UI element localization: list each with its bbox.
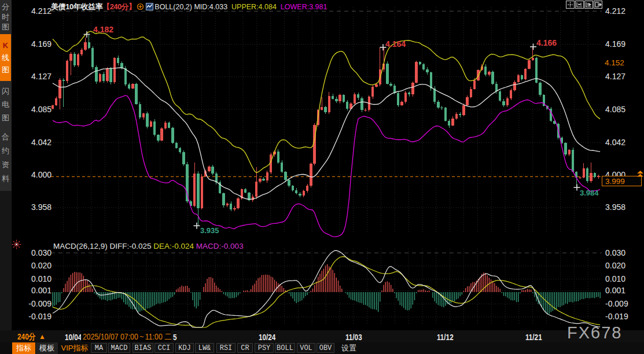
- svg-text:3.958: 3.958: [31, 202, 51, 212]
- svg-text:0.010: 0.010: [605, 274, 625, 283]
- svg-text:4.169: 4.169: [31, 39, 51, 49]
- svg-text:4.085: 4.085: [31, 105, 51, 114]
- svg-text:4.212: 4.212: [31, 6, 51, 16]
- svg-text:4.127: 4.127: [31, 72, 51, 81]
- svg-text:0.001: 0.001: [605, 286, 625, 295]
- svg-text:4.085: 4.085: [605, 105, 625, 114]
- svg-text:0.030: 0.030: [31, 248, 51, 257]
- svg-text:4.169: 4.169: [605, 39, 625, 49]
- svg-text:4.000: 4.000: [31, 170, 51, 179]
- svg-text:3.958: 3.958: [605, 202, 625, 212]
- svg-text:4.127: 4.127: [605, 72, 625, 81]
- svg-text:4.042: 4.042: [31, 138, 51, 147]
- svg-text:-0.019: -0.019: [605, 312, 628, 321]
- svg-text:0.020: 0.020: [605, 261, 625, 270]
- svg-text:0.010: 0.010: [31, 274, 51, 283]
- svg-text:4.212: 4.212: [605, 6, 625, 16]
- svg-text:-0.009: -0.009: [605, 299, 628, 308]
- svg-text:0.020: 0.020: [31, 261, 51, 270]
- svg-text:0.030: 0.030: [605, 248, 625, 257]
- svg-text:-0.009: -0.009: [28, 299, 51, 308]
- svg-text:0.001: 0.001: [31, 286, 51, 295]
- svg-text:4.042: 4.042: [605, 138, 625, 147]
- svg-text:-0.019: -0.019: [28, 312, 51, 321]
